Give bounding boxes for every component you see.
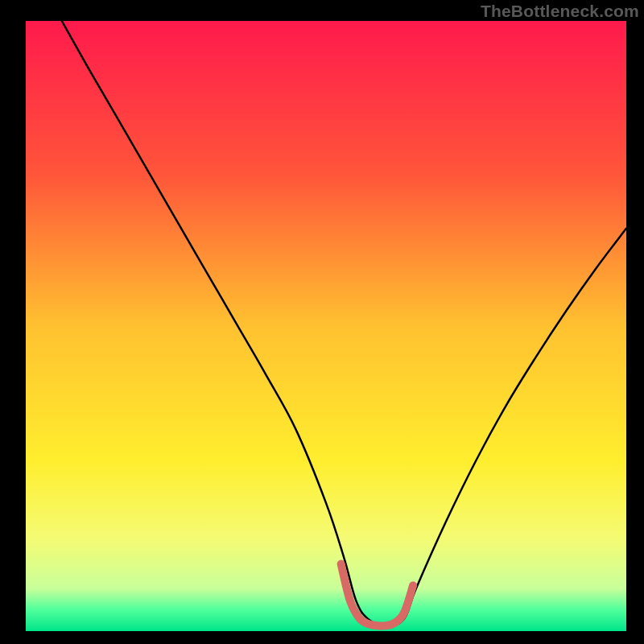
chart-frame: TheBottleneck.com — [0, 0, 644, 644]
gradient-background — [26, 21, 626, 631]
plot-area — [26, 21, 626, 631]
chart-svg — [26, 21, 626, 631]
watermark-text: TheBottleneck.com — [481, 2, 639, 21]
